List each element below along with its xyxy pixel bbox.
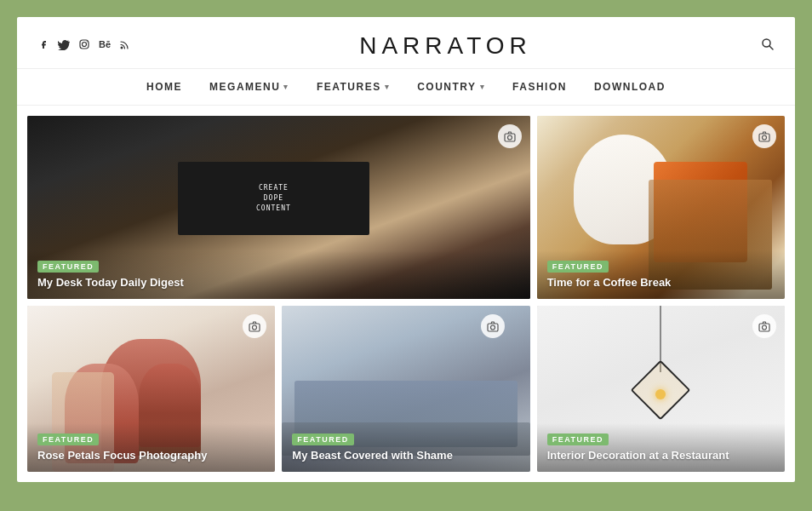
nav-download[interactable]: DOWNLOAD: [594, 81, 666, 93]
svg-text:Bē: Bē: [99, 39, 111, 49]
nav-home[interactable]: HOME: [146, 81, 182, 93]
search-button[interactable]: [761, 37, 775, 55]
nav-country[interactable]: COUNTRY ▾: [417, 81, 485, 93]
svg-rect-11: [249, 324, 260, 331]
post-card-4[interactable]: FEATURED My Beast Covered with Shame: [282, 306, 529, 472]
features-caret: ▾: [385, 83, 391, 91]
posts-grid: CREATEDOPECONTENT FEATURED My Desk Today…: [17, 106, 795, 482]
svg-point-1: [83, 43, 87, 47]
svg-point-2: [87, 41, 88, 42]
post-title-3: Rose Petals Focus Photography: [37, 449, 265, 463]
facebook-icon[interactable]: [37, 38, 49, 54]
header-right: [761, 37, 775, 55]
svg-line-6: [769, 46, 773, 49]
featured-badge-5: FEATURED: [547, 433, 609, 445]
camera-icon-2[interactable]: [752, 124, 776, 148]
nav-megamenu[interactable]: MEGAMENU ▾: [209, 81, 289, 93]
camera-icon-4[interactable]: [481, 314, 505, 338]
instagram-icon[interactable]: [78, 38, 90, 54]
svg-point-10: [763, 135, 767, 140]
svg-rect-7: [505, 134, 515, 141]
post-title-1: My Desk Today Daily Digest: [37, 276, 520, 290]
post-title-4: My Beast Covered with Shame: [292, 449, 519, 463]
nav-features[interactable]: FEATURES ▾: [317, 81, 390, 93]
post-overlay-2: FEATURED Time for a Coffee Break: [537, 250, 785, 299]
country-caret: ▾: [480, 83, 486, 91]
post-overlay-5: FEATURED Interior Decoration at a Restau…: [537, 423, 785, 472]
post-overlay-4: FEATURED My Beast Covered with Shame: [282, 423, 529, 472]
site-title: NARRATOR: [130, 32, 761, 60]
twitter-icon[interactable]: [58, 38, 70, 54]
featured-badge-3: FEATURED: [37, 433, 99, 445]
featured-badge-1: FEATURED: [37, 261, 99, 273]
camera-icon-5[interactable]: [752, 314, 776, 338]
post-card-5[interactable]: FEATURED Interior Decoration at a Restau…: [537, 306, 785, 472]
post-card-1[interactable]: CREATEDOPECONTENT FEATURED My Desk Today…: [27, 116, 530, 299]
post-title-5: Interior Decoration at a Restaurant: [547, 449, 775, 463]
post-overlay-3: FEATURED Rose Petals Focus Photography: [27, 423, 275, 472]
megamenu-caret: ▾: [283, 83, 289, 91]
svg-rect-15: [759, 324, 769, 331]
behance-icon[interactable]: Bē: [99, 39, 112, 53]
svg-rect-9: [759, 134, 769, 141]
social-icons: Bē: [37, 38, 130, 54]
featured-badge-4: FEATURED: [292, 433, 353, 445]
nav-fashion[interactable]: FASHION: [512, 81, 567, 93]
camera-icon-1[interactable]: [498, 124, 522, 148]
featured-badge-2: FEATURED: [547, 261, 609, 273]
svg-rect-13: [488, 324, 498, 331]
header: Bē NARRATOR: [17, 17, 795, 69]
main-nav: HOME MEGAMENU ▾ FEATURES ▾ COUNTRY ▾ FAS…: [17, 69, 795, 106]
rss-icon[interactable]: [120, 39, 130, 53]
post-overlay-1: FEATURED My Desk Today Daily Digest: [27, 250, 530, 299]
post-card-3[interactable]: FEATURED Rose Petals Focus Photography: [27, 306, 275, 472]
svg-point-16: [763, 325, 767, 330]
svg-point-14: [490, 325, 495, 330]
svg-point-8: [507, 135, 512, 140]
svg-point-4: [121, 47, 123, 49]
post-title-2: Time for a Coffee Break: [547, 276, 775, 290]
svg-point-12: [253, 325, 257, 330]
post-card-2[interactable]: FEATURED Time for a Coffee Break: [537, 116, 785, 299]
page-wrapper: Bē NARRATOR HOME: [17, 17, 795, 482]
